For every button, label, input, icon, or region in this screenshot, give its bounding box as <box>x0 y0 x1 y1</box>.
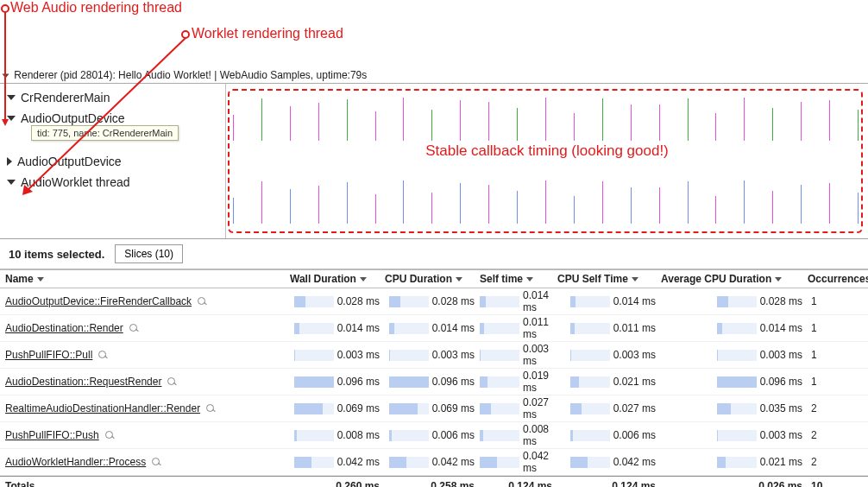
row-occ: 2 <box>808 402 868 414</box>
magnify-icon[interactable] <box>197 296 207 307</box>
col-cpu[interactable]: CPU Duration <box>385 273 480 285</box>
thread-item-crrenderermain[interactable]: CrRendererMain <box>5 87 225 108</box>
row-occ: 1 <box>808 322 868 334</box>
sort-icon <box>775 277 782 281</box>
sort-icon <box>526 277 533 281</box>
table-row[interactable]: AudioDestination::Render0.014 ms0.014 ms… <box>0 315 868 342</box>
num-cell: 0.014 ms <box>385 322 480 334</box>
num-cell: 0.014 ms <box>480 289 557 313</box>
row-name: AudioWorkletHandler::Process <box>5 456 290 468</box>
row-name: PushPullFIFO::Push <box>5 429 290 441</box>
num-cell: 0.027 ms <box>557 402 661 414</box>
num-cell: 0.003 ms <box>385 349 480 361</box>
col-name[interactable]: Name <box>5 273 290 285</box>
num-cell: 0.096 ms <box>661 376 808 388</box>
num-cell: 0.042 ms <box>480 450 557 474</box>
thread-item-audiooutputdevice-2[interactable]: AudioOutputDevice <box>5 151 225 172</box>
table-row[interactable]: AudioOutputDevice::FireRenderCallback0.0… <box>0 288 868 315</box>
slice-link[interactable]: AudioWorkletHandler::Process <box>5 456 146 468</box>
num-cell: 0.042 ms <box>385 456 480 468</box>
num-cell: 0.096 ms <box>290 376 385 388</box>
col-avgcpu[interactable]: Average CPU Duration <box>661 273 808 285</box>
num-cell: 0.003 ms <box>557 349 661 361</box>
num-cell: 0.019 ms <box>480 370 557 394</box>
num-cell: 0.006 ms <box>385 429 480 441</box>
slice-link[interactable]: PushPullFIFO::Pull <box>5 349 92 361</box>
num-cell: 0.011 ms <box>557 322 661 334</box>
thread-label: AudioOutputDevice <box>17 155 122 168</box>
row-occ: 1 <box>808 349 868 361</box>
slices-button[interactable]: Slices (10) <box>115 244 183 263</box>
magnify-icon[interactable] <box>104 430 115 440</box>
num-cell: 0.028 ms <box>385 295 480 307</box>
table-totals-row: Totals 0.260 ms 0.258 ms 0.124 ms 0.124 … <box>0 476 868 487</box>
num-cell: 0.021 ms <box>557 376 661 388</box>
thread-item-audioworklet[interactable]: AudioWorklet thread <box>5 172 225 193</box>
col-cpuself[interactable]: CPU Self Time <box>557 273 661 285</box>
num-cell: 0.003 ms <box>480 343 557 367</box>
thread-pane: CrRendererMain AudioOutputDevice tid: 77… <box>0 84 868 239</box>
magnify-icon[interactable] <box>129 323 139 333</box>
slice-link[interactable]: PushPullFIFO::Push <box>5 429 99 441</box>
num-cell: 0.042 ms <box>557 456 661 468</box>
row-name: PushPullFIFO::Pull <box>5 349 290 361</box>
row-name: AudioDestination::RequestRender <box>5 376 290 388</box>
chevron-down-icon <box>7 180 16 185</box>
col-wall[interactable]: Wall Duration <box>290 273 385 285</box>
totals-cpuself: 0.124 ms <box>557 480 661 487</box>
totals-cpu: 0.258 ms <box>385 480 480 487</box>
row-name: RealtimeAudioDestinationHandler::Render <box>5 402 290 414</box>
chevron-down-icon <box>7 116 16 121</box>
col-occ[interactable]: Occurrences <box>808 273 868 285</box>
timeline-track-audiooutputdevice <box>233 96 858 141</box>
process-title: Renderer (pid 28014): Hello Audio Workle… <box>14 69 367 81</box>
totals-avg: 0.026 ms <box>661 480 808 487</box>
chevron-down-icon <box>3 73 9 78</box>
row-occ: 1 <box>808 295 868 307</box>
totals-label: Totals <box>5 480 290 487</box>
table-row[interactable]: AudioWorkletHandler::Process0.042 ms0.04… <box>0 449 868 476</box>
table-row[interactable]: AudioDestination::RequestRender0.096 ms0… <box>0 369 868 395</box>
num-cell: 0.008 ms <box>290 429 385 441</box>
tooltip: tid: 775, name: CrRendererMain <box>31 125 179 141</box>
timeline-track-audioworklet <box>233 179 858 224</box>
chevron-down-icon <box>7 95 16 100</box>
sort-icon <box>456 277 462 281</box>
thread-label: AudioWorklet thread <box>21 175 130 189</box>
totals-wall: 0.260 ms <box>290 480 385 487</box>
slice-link[interactable]: AudioDestination::Render <box>5 322 123 334</box>
magnify-icon[interactable] <box>151 457 161 467</box>
magnify-icon[interactable] <box>97 350 108 360</box>
sort-icon <box>360 277 367 281</box>
thread-label: CrRendererMain <box>21 91 110 104</box>
num-cell: 0.028 ms <box>661 295 808 307</box>
row-name: AudioDestination::Render <box>5 322 290 334</box>
timeline-area[interactable]: Stable callback timing (looking good!) <box>226 84 868 238</box>
row-name: AudioOutputDevice::FireRenderCallback <box>5 295 290 307</box>
num-cell: 0.014 ms <box>557 295 661 307</box>
table-row[interactable]: PushPullFIFO::Push0.008 ms0.006 ms0.008 … <box>0 422 868 449</box>
num-cell: 0.021 ms <box>661 456 808 468</box>
selection-bar: 10 items selected. Slices (10) <box>0 239 868 269</box>
sort-icon <box>632 277 638 281</box>
slice-link[interactable]: AudioOutputDevice::FireRenderCallback <box>5 295 192 307</box>
slice-link[interactable]: RealtimeAudioDestinationHandler::Render <box>5 402 200 414</box>
row-occ: 2 <box>808 456 868 468</box>
process-header[interactable]: Renderer (pid 28014): Hello Audio Workle… <box>0 67 868 84</box>
row-occ: 1 <box>808 376 868 388</box>
slice-link[interactable]: AudioDestination::RequestRender <box>5 376 161 388</box>
slices-table: Name Wall Duration CPU Duration Self tim… <box>0 269 868 487</box>
num-cell: 0.003 ms <box>290 349 385 361</box>
items-selected-label: 10 items selected. <box>9 248 104 261</box>
chevron-right-icon <box>7 157 12 166</box>
num-cell: 0.096 ms <box>385 376 480 388</box>
num-cell: 0.028 ms <box>290 295 385 307</box>
magnify-icon[interactable] <box>205 403 216 414</box>
totals-occ: 10 <box>808 480 868 487</box>
col-selftime[interactable]: Self time <box>480 273 557 285</box>
table-row[interactable]: RealtimeAudioDestinationHandler::Render0… <box>0 395 868 422</box>
magnify-icon[interactable] <box>167 376 177 387</box>
table-row[interactable]: PushPullFIFO::Pull0.003 ms0.003 ms0.003 … <box>0 342 868 369</box>
thread-list: CrRendererMain AudioOutputDevice tid: 77… <box>0 84 226 238</box>
num-cell: 0.006 ms <box>557 429 661 441</box>
